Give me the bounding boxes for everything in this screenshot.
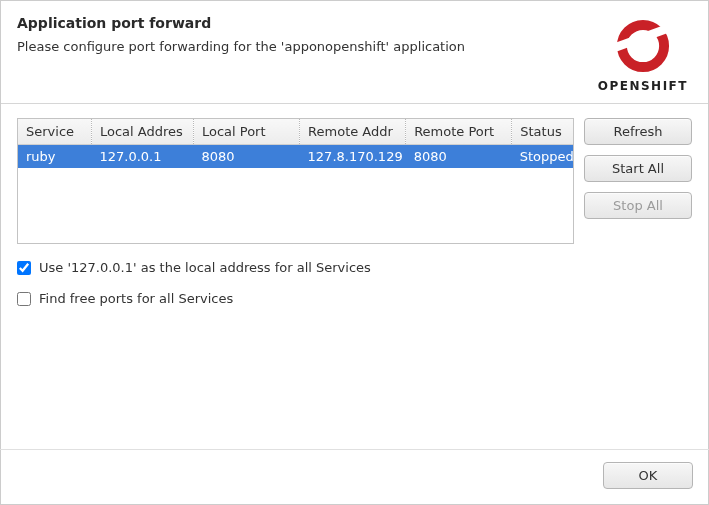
port-forward-table[interactable]: Service Local Addres Local Port Remote A… [17,118,574,244]
ok-button[interactable]: OK [603,462,693,489]
cell-remote-address: 127.8.170.129 [300,145,406,169]
dialog-footer: OK [0,449,709,505]
col-remote-address[interactable]: Remote Addr [300,119,406,145]
free-ports-label: Find free ports for all Services [39,291,233,306]
openshift-logo-icon [612,15,674,77]
free-ports-checkbox-row[interactable]: Find free ports for all Services [17,291,692,306]
col-local-port[interactable]: Local Port [193,119,299,145]
table-row[interactable]: ruby 127.0.0.1 8080 127.8.170.129 8080 S… [18,145,573,169]
use-local-checkbox[interactable] [17,261,31,275]
cell-status: Stopped [512,145,573,169]
free-ports-checkbox[interactable] [17,292,31,306]
refresh-button[interactable]: Refresh [584,118,692,145]
table-area: Service Local Addres Local Port Remote A… [17,118,692,244]
openshift-logo-text: OPENSHIFT [598,79,688,93]
cell-local-port: 8080 [193,145,299,169]
col-local-address[interactable]: Local Addres [91,119,193,145]
dialog-title: Application port forward [17,15,465,31]
dialog-subtitle: Please configure port forwarding for the… [17,39,465,54]
cell-local-address: 127.0.0.1 [91,145,193,169]
stop-all-button[interactable]: Stop All [584,192,692,219]
cell-remote-port: 8080 [406,145,512,169]
dialog-header: Application port forward Please configur… [1,1,708,104]
side-buttons: Refresh Start All Stop All [584,118,692,244]
col-service[interactable]: Service [18,119,91,145]
dialog-body: Service Local Addres Local Port Remote A… [1,104,708,320]
header-text-block: Application port forward Please configur… [17,15,465,54]
start-all-button[interactable]: Start All [584,155,692,182]
use-local-label: Use '127.0.0.1' as the local address for… [39,260,371,275]
cell-service: ruby [18,145,91,169]
use-local-checkbox-row[interactable]: Use '127.0.0.1' as the local address for… [17,260,692,275]
col-remote-port[interactable]: Remote Port [406,119,512,145]
openshift-logo: OPENSHIFT [598,15,692,93]
table-header-row: Service Local Addres Local Port Remote A… [18,119,573,145]
col-status[interactable]: Status [512,119,573,145]
